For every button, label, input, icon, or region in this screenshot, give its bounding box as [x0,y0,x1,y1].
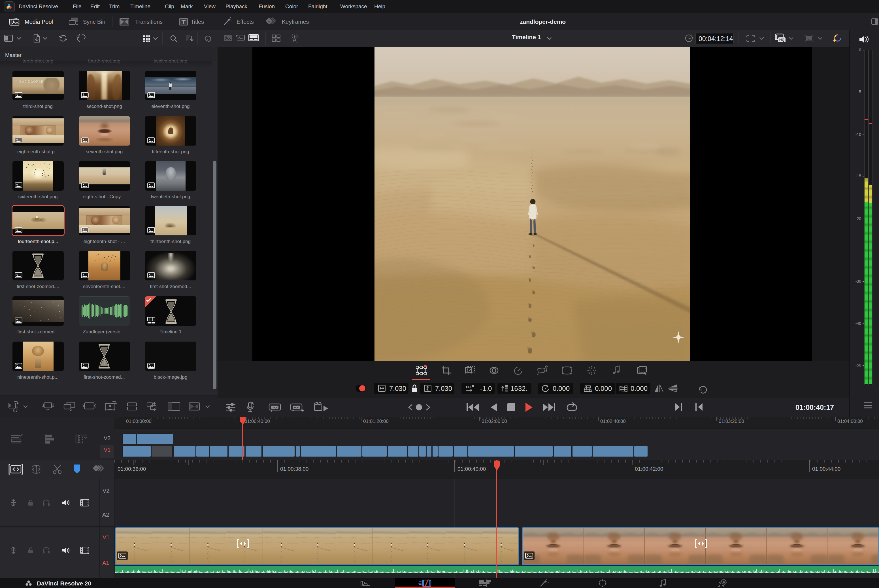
svg-text:POI: POI [294,406,298,409]
svg-text:HQ: HQ [779,38,784,42]
svg-text:POI: POI [273,406,277,409]
